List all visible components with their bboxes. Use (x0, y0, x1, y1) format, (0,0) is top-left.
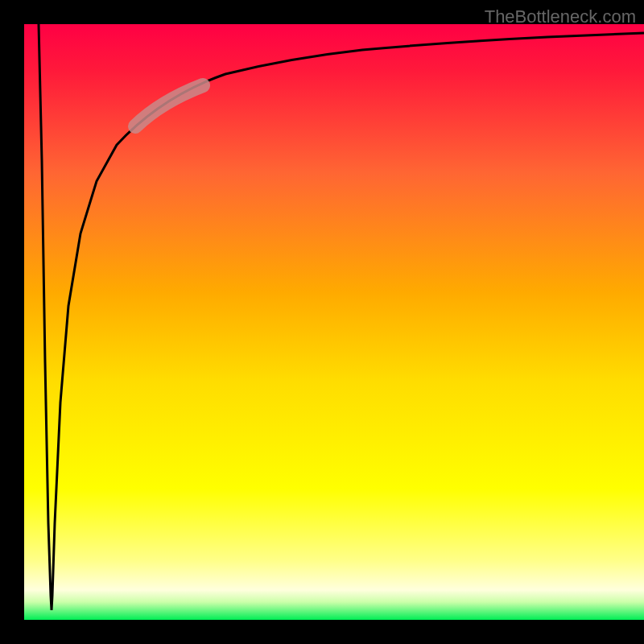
chart-container: TheBottleneck.com (0, 0, 644, 644)
frame-bottom (0, 620, 644, 644)
plot-background (24, 24, 644, 620)
watermark-text: TheBottleneck.com (485, 6, 636, 27)
chart-svg (0, 0, 644, 644)
frame-left (0, 0, 24, 644)
